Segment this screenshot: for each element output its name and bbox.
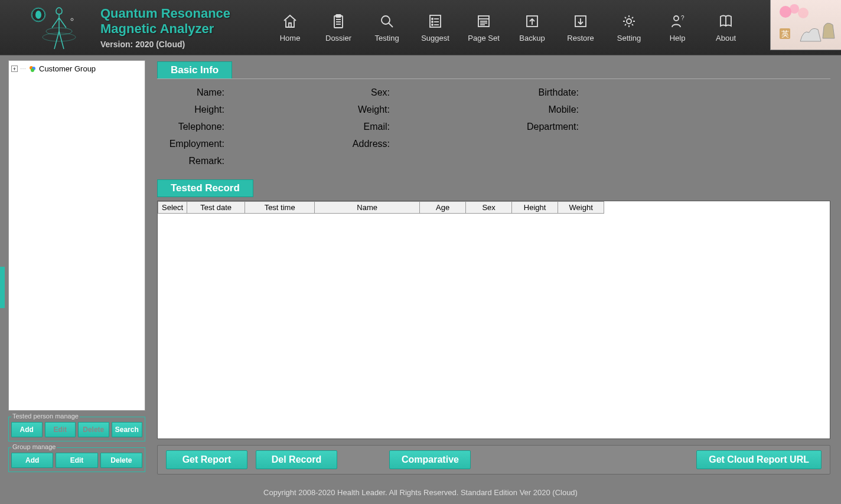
toolbar-label: Backup (519, 34, 545, 42)
person-manage-legend: Tested person manage (11, 413, 80, 420)
list-icon (426, 12, 444, 30)
height-value (224, 104, 337, 115)
col-select[interactable]: Select (158, 202, 187, 214)
employment-label: Employment: (159, 139, 224, 149)
group-edit-button[interactable]: Edit (56, 453, 97, 468)
svg-point-27 (627, 19, 631, 24)
svg-point-11 (382, 16, 390, 24)
svg-point-2 (35, 11, 41, 19)
telephone-label: Telephone: (159, 122, 224, 132)
weight-value (390, 104, 502, 115)
toolbar-label: Help (670, 34, 686, 42)
remark-label: Remark: (159, 156, 224, 166)
home-icon (281, 12, 299, 30)
action-bar: Get Report Del Record Comparative Get Cl… (157, 445, 830, 474)
remark-value (224, 156, 337, 166)
svg-point-31 (790, 4, 799, 14)
email-label: Email: (337, 122, 390, 132)
address-value (390, 139, 502, 149)
svg-point-18 (432, 24, 433, 25)
employment-value (224, 139, 337, 149)
toolbar-label: Dossier (325, 34, 351, 42)
app-title: Quantum Resonance Magnetic Analyzer (100, 6, 230, 36)
main-area: + ⋯ Customer Group Tested person manage … (0, 55, 841, 480)
department-label: Department: (502, 122, 579, 132)
person-delete-button[interactable]: Delete (78, 422, 109, 437)
page-set-button[interactable]: Page Set (459, 4, 508, 51)
download-icon (572, 12, 589, 30)
svg-point-5 (71, 18, 73, 21)
divider (157, 78, 830, 79)
toolbar-label: Testing (374, 34, 399, 42)
group-icon (28, 65, 37, 73)
suggest-button[interactable]: Suggest (411, 4, 459, 51)
content-area: Basic Info Name: Sex: Birthdate: Height:… (149, 55, 841, 480)
col-sex[interactable]: Sex (466, 202, 512, 214)
group-manage-legend: Group manage (11, 443, 57, 450)
copyright-text: Copyright 2008-2020 Health Leader. All R… (263, 488, 578, 497)
department-value (579, 122, 691, 132)
header-decoration: 英 (770, 0, 841, 50)
tested-record-table: Select Test date Test time Name Age Sex … (158, 201, 604, 214)
get-report-button[interactable]: Get Report (166, 450, 247, 469)
page-icon (475, 12, 493, 30)
birthdate-label: Birthdate: (502, 87, 579, 98)
comparative-button[interactable]: Comparative (389, 450, 471, 469)
about-button[interactable]: About (702, 4, 750, 51)
get-cloud-url-button[interactable]: Get Cloud Report URL (696, 450, 822, 469)
app-header: Quantum Resonance Magnetic Analyzer Vers… (0, 0, 841, 55)
name-label: Name: (159, 87, 224, 98)
restore-button[interactable]: Restore (556, 4, 605, 51)
person-add-button[interactable]: Add (11, 422, 43, 437)
dossier-button[interactable]: Dossier (314, 4, 363, 51)
book-icon (717, 12, 735, 30)
toolbar-label: Home (280, 34, 301, 42)
svg-text:英: 英 (781, 30, 789, 38)
sidebar: + ⋯ Customer Group Tested person manage … (0, 55, 149, 480)
col-name[interactable]: Name (315, 202, 420, 214)
tested-record-header: Tested Record (157, 179, 830, 197)
sex-value (390, 87, 502, 98)
mobile-label: Mobile: (502, 104, 579, 115)
basic-info-tab: Basic Info (157, 61, 232, 79)
tested-record-tab: Tested Record (157, 179, 253, 197)
tested-record-table-container[interactable]: Select Test date Test time Name Age Sex … (157, 201, 830, 439)
tree-root-node[interactable]: + ⋯ Customer Group (11, 64, 142, 73)
toolbar-label: Page Set (468, 34, 500, 42)
svg-point-16 (432, 21, 433, 22)
svg-text:?: ? (681, 15, 684, 21)
group-manage-panel: Group manage Add Edit Delete (8, 447, 145, 472)
group-add-button[interactable]: Add (11, 453, 53, 468)
person-search-button[interactable]: Search (112, 422, 143, 437)
toolbar-label: About (716, 34, 736, 42)
del-record-button[interactable]: Del Record (256, 450, 337, 469)
col-weight[interactable]: Weight (558, 202, 604, 214)
person-edit-button[interactable]: Edit (45, 422, 76, 437)
footer: Copyright 2008-2020 Health Leader. All R… (0, 480, 841, 504)
group-delete-button[interactable]: Delete (100, 453, 142, 468)
col-age[interactable]: Age (420, 202, 466, 214)
customer-tree[interactable]: + ⋯ Customer Group (8, 60, 145, 411)
svg-point-14 (432, 18, 433, 19)
backup-button[interactable]: Backup (508, 4, 556, 51)
gear-icon (620, 12, 638, 30)
version-label: Version: 2020 (Cloud) (100, 40, 230, 49)
toolbar-label: Restore (567, 34, 594, 42)
testing-button[interactable]: Testing (363, 4, 411, 51)
col-test-time[interactable]: Test time (245, 202, 315, 214)
table-header-row: Select Test date Test time Name Age Sex … (158, 202, 604, 214)
name-value (224, 87, 337, 98)
setting-button[interactable]: Setting (605, 4, 653, 51)
expand-icon[interactable]: + (11, 66, 18, 72)
home-button[interactable]: Home (266, 4, 314, 51)
title-block: Quantum Resonance Magnetic Analyzer Vers… (100, 6, 230, 49)
svg-point-28 (674, 16, 679, 21)
col-test-date[interactable]: Test date (187, 202, 245, 214)
help-button[interactable]: ? Help (653, 4, 702, 51)
search-icon (378, 12, 396, 30)
basic-info-grid: Name: Sex: Birthdate: Height: Weight: Mo… (157, 80, 830, 171)
mobile-value (579, 104, 691, 115)
toolbar-label: Setting (617, 34, 641, 42)
col-height[interactable]: Height (512, 202, 558, 214)
birthdate-value (579, 87, 691, 98)
